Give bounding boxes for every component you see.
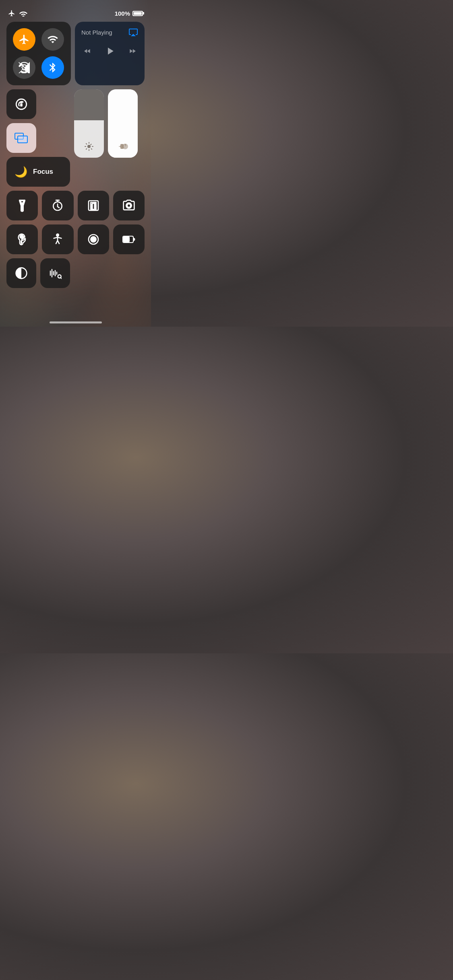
- row-accessibility: [6, 224, 145, 254]
- airplay-icon[interactable]: [128, 27, 138, 37]
- svg-point-4: [87, 145, 91, 148]
- status-right: 100%: [115, 10, 143, 17]
- cellular-button[interactable]: [41, 28, 64, 51]
- wifi-off-icon: [19, 62, 30, 73]
- rotation-lock-icon: [14, 97, 28, 111]
- now-playing-header: Not Playing: [81, 27, 138, 37]
- calculator-button[interactable]: [78, 191, 109, 220]
- now-playing-panel[interactable]: Not Playing: [75, 22, 145, 85]
- camera-icon: [122, 199, 135, 212]
- svg-point-9: [57, 234, 59, 236]
- svg-point-7: [125, 144, 126, 146]
- play-icon: [104, 45, 116, 57]
- row-utilities: [6, 191, 145, 220]
- screen-mirror-icon: [14, 131, 28, 145]
- wifi-button[interactable]: [13, 56, 35, 79]
- accessibility-icon: [51, 233, 64, 246]
- flashlight-icon: [16, 199, 29, 212]
- battery-icon: [132, 11, 143, 16]
- flashlight-button[interactable]: [6, 191, 38, 220]
- brightness-icon: [84, 142, 94, 151]
- screen-mirror-button[interactable]: [6, 123, 36, 153]
- row-connectivity-playing: Not Playing: [6, 22, 145, 85]
- screen-record-icon: [87, 233, 100, 246]
- sound-recognition-button[interactable]: [40, 258, 70, 288]
- calculator-icon: [87, 199, 100, 212]
- camera-button[interactable]: [113, 191, 145, 220]
- airplane-mode-button[interactable]: [13, 28, 35, 51]
- control-center-screen: 100%: [0, 0, 151, 296]
- airplane-status-icon: [8, 10, 15, 17]
- timer-button[interactable]: [42, 191, 73, 220]
- status-left: [8, 10, 27, 17]
- volume-slider[interactable]: [108, 89, 138, 158]
- rewind-icon: [82, 47, 93, 55]
- screen-record-button[interactable]: [78, 224, 109, 254]
- battery-detail-icon: [122, 233, 135, 246]
- accessibility-button[interactable]: [42, 224, 73, 254]
- control-center-grid: Not Playing: [6, 22, 145, 288]
- hearing-icon: [16, 233, 29, 246]
- cellular-icon: [47, 34, 58, 45]
- focus-button[interactable]: 🌙 Focus: [6, 157, 70, 187]
- left-col: 🌙 Focus: [6, 89, 70, 187]
- dark-mode-button[interactable]: [6, 258, 36, 288]
- svg-rect-3: [18, 136, 27, 143]
- svg-point-11: [91, 237, 96, 242]
- airplane-icon: [19, 34, 30, 45]
- row-bottom: [6, 258, 145, 288]
- focus-label: Focus: [33, 168, 53, 176]
- fast-forward-button[interactable]: [127, 47, 138, 55]
- wifi-status-icon: [19, 10, 27, 16]
- volume-icon: [117, 142, 128, 151]
- status-bar: 100%: [6, 6, 145, 22]
- play-button[interactable]: [104, 45, 116, 57]
- brightness-slider[interactable]: [74, 89, 104, 158]
- rotation-lock-button[interactable]: [6, 89, 36, 119]
- playback-controls: [81, 45, 138, 57]
- svg-rect-1: [20, 104, 23, 107]
- not-playing-text: Not Playing: [81, 29, 112, 36]
- timer-icon: [51, 199, 64, 212]
- connectivity-panel: [6, 22, 71, 85]
- fast-forward-icon: [127, 47, 138, 55]
- hearing-button[interactable]: [6, 224, 38, 254]
- svg-rect-13: [124, 237, 129, 242]
- sound-recognition-icon: [49, 267, 62, 280]
- focus-moon-icon: 🌙: [14, 166, 27, 178]
- dark-mode-icon: [15, 267, 28, 280]
- home-indicator: [50, 321, 102, 323]
- bluetooth-icon: [47, 62, 58, 73]
- row-sliders: 🌙 Focus: [6, 89, 145, 187]
- bluetooth-button[interactable]: [41, 56, 64, 79]
- rewind-button[interactable]: [82, 47, 93, 55]
- battery-detail-button[interactable]: [113, 224, 145, 254]
- battery-percent: 100%: [115, 10, 130, 17]
